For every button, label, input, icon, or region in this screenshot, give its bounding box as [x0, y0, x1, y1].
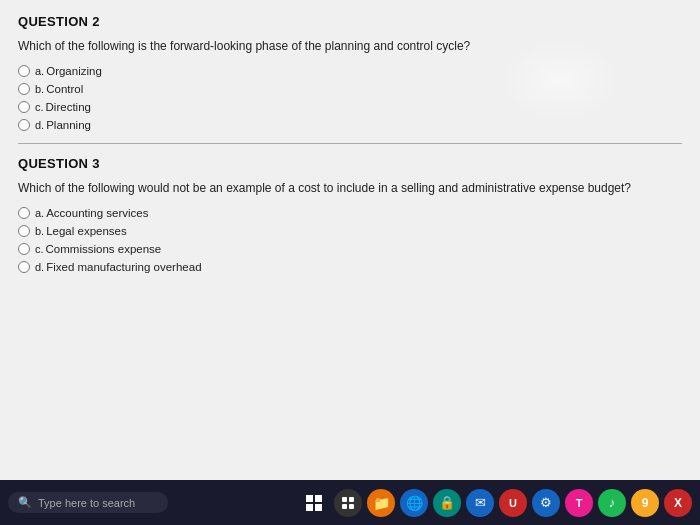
- option-2c-letter: c.: [35, 101, 44, 113]
- option-2c-text: Directing: [46, 101, 91, 113]
- option-3d-letter: d.: [35, 261, 44, 273]
- question-3-title: QUESTION 3: [18, 156, 682, 171]
- radio-3d[interactable]: [18, 261, 30, 273]
- radio-2d[interactable]: [18, 119, 30, 131]
- option-3a-text: Accounting services: [46, 207, 148, 219]
- taskbar: 🔍 Type here to search 📁 🌐: [0, 480, 700, 525]
- music-button[interactable]: U: [499, 489, 527, 517]
- content-area: QUESTION 2 Which of the following is the…: [0, 0, 700, 480]
- option-2d-text: Planning: [46, 119, 91, 131]
- svg-rect-4: [342, 497, 347, 502]
- svg-rect-2: [306, 504, 313, 511]
- option-2d-letter: d.: [35, 119, 44, 131]
- option-3a[interactable]: a. Accounting services: [18, 207, 682, 219]
- option-3d[interactable]: d. Fixed manufacturing overhead: [18, 261, 682, 273]
- question-3-text: Which of the following would not be an e…: [18, 179, 682, 197]
- svg-rect-7: [349, 504, 354, 509]
- option-2a-text: Organizing: [46, 65, 102, 77]
- svg-rect-1: [315, 495, 322, 502]
- pink-icon-button[interactable]: T: [565, 489, 593, 517]
- option-2d[interactable]: d. Planning: [18, 119, 682, 131]
- settings-button[interactable]: ⚙: [532, 489, 560, 517]
- radio-2b[interactable]: [18, 83, 30, 95]
- search-text[interactable]: Type here to search: [38, 497, 135, 509]
- svg-rect-5: [349, 497, 354, 502]
- option-2c[interactable]: c. Directing: [18, 101, 682, 113]
- divider: [18, 143, 682, 144]
- screen: QUESTION 2 Which of the following is the…: [0, 0, 700, 480]
- svg-rect-3: [315, 504, 322, 511]
- mail-button[interactable]: ✉: [466, 489, 494, 517]
- question-2-title: QUESTION 2: [18, 14, 682, 29]
- option-2a-letter: a.: [35, 65, 44, 77]
- option-3c-letter: c.: [35, 243, 44, 255]
- close-app-button[interactable]: X: [664, 489, 692, 517]
- taskbar-icons: 📁 🌐 🔒 ✉ U ⚙ T ♪ 9 X: [294, 488, 692, 518]
- option-3a-letter: a.: [35, 207, 44, 219]
- num9-button[interactable]: 9: [631, 489, 659, 517]
- windows-button[interactable]: [299, 488, 329, 518]
- option-2b-letter: b.: [35, 83, 44, 95]
- option-2a[interactable]: a. Organizing: [18, 65, 682, 77]
- task-view-button[interactable]: [334, 489, 362, 517]
- spotify-button[interactable]: ♪: [598, 489, 626, 517]
- option-3b[interactable]: b. Legal expenses: [18, 225, 682, 237]
- taskbar-search[interactable]: 🔍 Type here to search: [8, 492, 168, 513]
- question-2-text: Which of the following is the forward-lo…: [18, 37, 682, 55]
- option-3b-letter: b.: [35, 225, 44, 237]
- option-3b-text: Legal expenses: [46, 225, 127, 237]
- radio-3c[interactable]: [18, 243, 30, 255]
- question-2-block: QUESTION 2 Which of the following is the…: [18, 14, 682, 131]
- option-2b[interactable]: b. Control: [18, 83, 682, 95]
- radio-3b[interactable]: [18, 225, 30, 237]
- option-3c[interactable]: c. Commissions expense: [18, 243, 682, 255]
- option-3d-text: Fixed manufacturing overhead: [46, 261, 201, 273]
- security-button[interactable]: 🔒: [433, 489, 461, 517]
- svg-rect-6: [342, 504, 347, 509]
- file-explorer-button[interactable]: 📁: [367, 489, 395, 517]
- option-2b-text: Control: [46, 83, 83, 95]
- browser-button[interactable]: 🌐: [400, 489, 428, 517]
- radio-2a[interactable]: [18, 65, 30, 77]
- option-3c-text: Commissions expense: [46, 243, 162, 255]
- svg-rect-0: [306, 495, 313, 502]
- radio-2c[interactable]: [18, 101, 30, 113]
- radio-3a[interactable]: [18, 207, 30, 219]
- question-3-block: QUESTION 3 Which of the following would …: [18, 156, 682, 273]
- search-icon: 🔍: [18, 496, 32, 509]
